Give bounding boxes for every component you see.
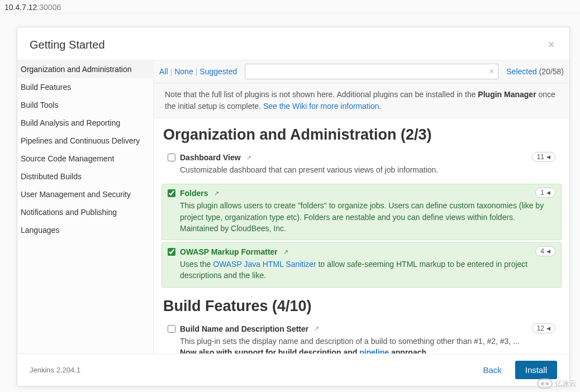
plugin-badge[interactable]: 11◀ <box>532 152 555 162</box>
dialog-body: Organization and Administration Build Fe… <box>17 60 569 354</box>
main-panel: All | None | Suggested × Selected (20/58… <box>154 60 569 353</box>
plugin-name[interactable]: Dashboard View <box>180 153 241 162</box>
section-title-org: Organization and Administration (2/3) <box>161 118 562 148</box>
filter-sep: | <box>196 67 198 76</box>
filter-suggested[interactable]: Suggested <box>199 67 237 76</box>
sections: Organization and Administration (2/3) 11… <box>154 118 569 353</box>
search-input[interactable] <box>245 64 498 79</box>
watermark-text: 亿速云 <box>555 379 577 389</box>
plugin-desc: This plug-in sets the display name and d… <box>168 336 555 353</box>
note-strong: Plugin Manager <box>478 90 536 99</box>
address-bar: 10.4.7.12:30006 <box>0 0 580 13</box>
note-text: Note that the full list of plugins is no… <box>165 90 478 99</box>
plugin-checkbox[interactable] <box>168 154 175 161</box>
watermark: 亿速云 <box>537 379 577 389</box>
caret-left-icon: ◀ <box>546 190 550 195</box>
plugin-badge[interactable]: 4◀ <box>535 246 555 256</box>
plugin-folders: 1◀ Folders ↗ This plugin allows users to… <box>161 184 562 240</box>
caret-left-icon: ◀ <box>546 154 550 160</box>
clear-icon[interactable]: × <box>489 66 494 77</box>
note-suffix: . <box>379 102 382 111</box>
search-box: × <box>245 64 498 79</box>
external-link-icon[interactable]: ↗ <box>214 190 219 197</box>
back-button[interactable]: Back <box>477 362 507 378</box>
plugin-name[interactable]: OWASP Markup Formatter <box>180 247 278 256</box>
section-title-build-features: Build Features (4/10) <box>161 290 562 319</box>
sidebar-item-build-features[interactable]: Build Features <box>17 78 153 96</box>
sidebar-item-languages[interactable]: Languages <box>17 221 153 239</box>
plugin-desc-link[interactable]: pipeline <box>359 348 389 353</box>
sidebar-item-distributed[interactable]: Distributed Builds <box>17 168 153 185</box>
external-link-icon[interactable]: ↗ <box>283 248 288 256</box>
sidebar-item-notifications[interactable]: Notifications and Publishing <box>17 203 153 221</box>
plugin-desc-link[interactable]: OWASP Java HTML Sanitizer <box>213 260 316 269</box>
sidebar-item-pipelines[interactable]: Pipelines and Continuous Delivery <box>17 132 153 150</box>
plugin-badge[interactable]: 12◀ <box>532 323 555 333</box>
filter-none[interactable]: None <box>174 67 193 76</box>
plugin-checkbox[interactable] <box>168 189 175 197</box>
jenkins-version: Jenkins 2.204.1 <box>30 366 469 374</box>
install-button[interactable]: Install <box>515 361 557 379</box>
plugin-build-name-setter: 12◀ Build Name and Description Setter ↗ … <box>161 319 562 353</box>
sidebar-item-build-tools[interactable]: Build Tools <box>17 96 153 114</box>
plugin-badge[interactable]: 1◀ <box>535 188 555 198</box>
plugin-scroll[interactable]: Note that the full list of plugins is no… <box>154 83 569 353</box>
sidebar: Organization and Administration Build Fe… <box>17 60 154 353</box>
plugin-name[interactable]: Folders <box>180 189 208 198</box>
sidebar-item-build-analysis[interactable]: Build Analysis and Reporting <box>17 114 153 132</box>
filter-row: All | None | Suggested × Selected (20/58… <box>154 60 569 83</box>
dialog-title: Getting Started <box>30 39 105 51</box>
selected-numbers: (20/58) <box>539 67 564 76</box>
address-host: 10.4.7.12 <box>4 3 37 12</box>
plugin-desc: Customizable dashboard that can present … <box>168 164 555 175</box>
plugin-owasp: 4◀ OWASP Markup Formatter ↗ Uses the OWA… <box>161 242 562 288</box>
sidebar-item-organization[interactable]: Organization and Administration <box>17 60 153 78</box>
selected-label: Selected <box>506 67 536 76</box>
address-port: :30006 <box>37 3 61 12</box>
caret-left-icon: ◀ <box>546 248 550 254</box>
note-link[interactable]: See the Wiki for more information <box>263 102 379 111</box>
selected-count[interactable]: Selected (20/58) <box>506 67 564 76</box>
plugin-checkbox[interactable] <box>168 325 175 333</box>
dialog-header: Getting Started × <box>17 27 569 60</box>
watermark-icon <box>537 379 553 389</box>
sidebar-item-scm[interactable]: Source Code Management <box>17 150 153 168</box>
sidebar-item-user-mgmt[interactable]: User Management and Security <box>17 185 153 203</box>
plugin-dashboard-view: 11◀ Dashboard View ↗ Customizable dashbo… <box>161 148 562 181</box>
plugin-name[interactable]: Build Name and Description Setter <box>180 324 308 333</box>
note-bar: Note that the full list of plugins is no… <box>154 83 569 118</box>
external-link-icon[interactable]: ↗ <box>314 325 319 332</box>
setup-dialog: Getting Started × Organization and Admin… <box>17 27 570 386</box>
plugin-desc: Uses the OWASP Java HTML Sanitizer to al… <box>168 259 555 281</box>
filter-all[interactable]: All <box>159 67 168 76</box>
filter-tabs: All | None | Suggested <box>159 67 237 76</box>
external-link-icon[interactable]: ↗ <box>246 154 251 161</box>
caret-left-icon: ◀ <box>546 326 550 331</box>
plugin-checkbox[interactable] <box>168 248 175 256</box>
dialog-footer: Jenkins 2.204.1 Back Install <box>17 354 569 386</box>
plugin-desc: This plugin allows users to create "fold… <box>168 200 555 234</box>
close-icon[interactable]: × <box>545 37 557 52</box>
filter-sep: | <box>170 67 173 76</box>
